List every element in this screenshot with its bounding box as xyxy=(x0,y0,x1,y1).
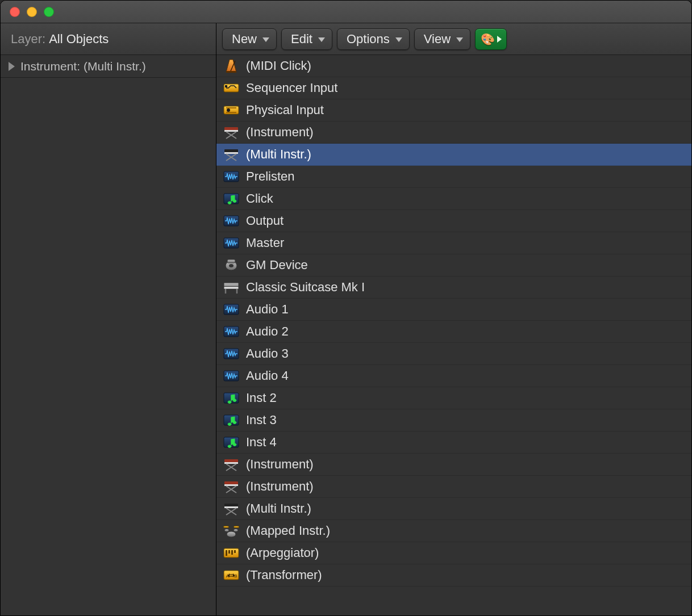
view-menu-button[interactable]: View xyxy=(414,28,470,50)
object-row[interactable]: (Mapped Instr.) xyxy=(216,520,691,542)
object-label: Audio 4 xyxy=(246,368,289,383)
object-row[interactable]: Audio 3 xyxy=(216,343,691,365)
object-row[interactable]: Output xyxy=(216,210,691,232)
object-row[interactable]: (Instrument) xyxy=(216,476,691,498)
object-row[interactable]: Click xyxy=(216,188,691,210)
keystand-icon xyxy=(222,456,240,472)
object-label: Master xyxy=(246,236,284,250)
chevron-down-icon xyxy=(395,37,402,42)
layer-label: Layer: xyxy=(11,32,45,47)
object-row[interactable]: (MIDI Click) xyxy=(216,55,691,77)
note-icon xyxy=(222,412,240,428)
palette-icon: 🎨 xyxy=(481,33,495,45)
object-row[interactable]: Sequencer Input xyxy=(216,77,691,99)
object-label: (Multi Instr.) xyxy=(246,501,311,516)
wave-icon xyxy=(222,346,240,362)
xform-icon xyxy=(222,567,240,583)
object-row[interactable]: Inst 4 xyxy=(216,431,691,454)
metronome-icon xyxy=(222,58,240,74)
inspector-sidebar: Layer: All Objects Instrument: (Multi In… xyxy=(1,23,216,615)
object-row[interactable]: (Instrument) xyxy=(216,121,691,144)
layer-selector[interactable]: Layer: All Objects xyxy=(1,23,216,55)
color-palette-button[interactable]: 🎨 xyxy=(475,28,507,50)
object-row[interactable]: (Instrument) xyxy=(216,454,691,476)
object-label: (Instrument) xyxy=(246,125,314,140)
wave-icon xyxy=(222,301,240,317)
main-panel: New Edit Options View 🎨 xyxy=(216,23,691,615)
object-row[interactable]: Audio 4 xyxy=(216,365,691,387)
object-label: Output xyxy=(246,213,284,228)
object-label: (MIDI Click) xyxy=(246,58,311,73)
wave-icon xyxy=(222,213,240,229)
inspector-label: Instrument: xyxy=(20,60,80,73)
object-row[interactable]: (Multi Instr.) xyxy=(216,144,691,166)
object-label: Audio 3 xyxy=(246,346,289,361)
wave-icon xyxy=(222,235,240,251)
toolbar: New Edit Options View 🎨 xyxy=(216,23,691,55)
keystand-icon xyxy=(222,124,240,140)
object-list[interactable]: (MIDI Click)Sequencer InputPhysical Inpu… xyxy=(216,55,691,615)
environment-window: Layer: All Objects Instrument: (Multi In… xyxy=(0,0,692,616)
object-row[interactable]: Audio 2 xyxy=(216,321,691,343)
chevron-down-icon xyxy=(318,37,325,42)
object-label: Inst 2 xyxy=(246,391,277,405)
inspector-value: (Multi Instr.) xyxy=(84,60,146,73)
window-body: Layer: All Objects Instrument: (Multi In… xyxy=(1,23,691,615)
object-row[interactable]: (Multi Instr.) xyxy=(216,498,691,520)
note-icon xyxy=(222,434,240,450)
new-menu-label: New xyxy=(232,32,257,47)
inspector-row[interactable]: Instrument: (Multi Instr.) xyxy=(1,55,216,78)
arp-icon xyxy=(222,545,240,561)
object-label: Click xyxy=(246,191,273,206)
object-row[interactable]: Inst 3 xyxy=(216,409,691,431)
chevron-right-icon xyxy=(497,36,502,43)
title-bar[interactable] xyxy=(1,1,691,23)
note-icon xyxy=(222,390,240,406)
keystand2-icon xyxy=(222,501,240,517)
object-label: Physical Input xyxy=(246,103,324,118)
object-label: Sequencer Input xyxy=(246,81,337,95)
layer-value: All Objects xyxy=(49,32,109,47)
speaker-icon xyxy=(222,257,240,273)
object-label: (Mapped Instr.) xyxy=(246,523,330,538)
keystand-icon xyxy=(222,479,240,495)
wave-icon xyxy=(222,169,240,185)
object-row[interactable]: (Arpeggiator) xyxy=(216,542,691,564)
object-row[interactable]: Audio 1 xyxy=(216,299,691,321)
object-label: GM Device xyxy=(246,258,308,273)
object-row[interactable]: (Transformer) xyxy=(216,564,691,586)
options-menu-label: Options xyxy=(347,32,390,47)
object-label: (Multi Instr.) xyxy=(246,147,311,162)
zoom-window-button[interactable] xyxy=(44,7,54,17)
disclosure-triangle-icon[interactable] xyxy=(9,62,15,71)
object-row[interactable]: GM Device xyxy=(216,254,691,276)
new-menu-button[interactable]: New xyxy=(222,28,277,50)
object-label: (Instrument) xyxy=(246,479,314,494)
view-menu-label: View xyxy=(424,32,451,47)
edit-menu-label: Edit xyxy=(291,32,312,47)
chevron-down-icon xyxy=(456,37,463,42)
phys-icon xyxy=(222,102,240,118)
object-row[interactable]: Prelisten xyxy=(216,166,691,188)
object-label: Classic Suitcase Mk I xyxy=(246,280,365,295)
options-menu-button[interactable]: Options xyxy=(337,28,410,50)
edit-menu-button[interactable]: Edit xyxy=(281,28,332,50)
minimize-window-button[interactable] xyxy=(27,7,37,17)
object-label: Audio 2 xyxy=(246,324,289,339)
object-row[interactable]: Inst 2 xyxy=(216,387,691,409)
object-label: Prelisten xyxy=(246,169,295,184)
object-label: Inst 3 xyxy=(246,413,277,428)
wave-icon xyxy=(222,324,240,340)
object-label: Audio 1 xyxy=(246,302,289,317)
object-row[interactable]: Master xyxy=(216,232,691,254)
window-controls xyxy=(10,7,54,17)
chevron-down-icon xyxy=(262,37,269,42)
object-row[interactable]: Classic Suitcase Mk I xyxy=(216,276,691,299)
note-icon xyxy=(222,191,240,207)
object-label: (Transformer) xyxy=(246,568,322,583)
seq-icon xyxy=(222,80,240,96)
object-label: (Instrument) xyxy=(246,457,314,472)
wave-icon xyxy=(222,368,240,384)
close-window-button[interactable] xyxy=(10,7,20,17)
object-row[interactable]: Physical Input xyxy=(216,99,691,121)
